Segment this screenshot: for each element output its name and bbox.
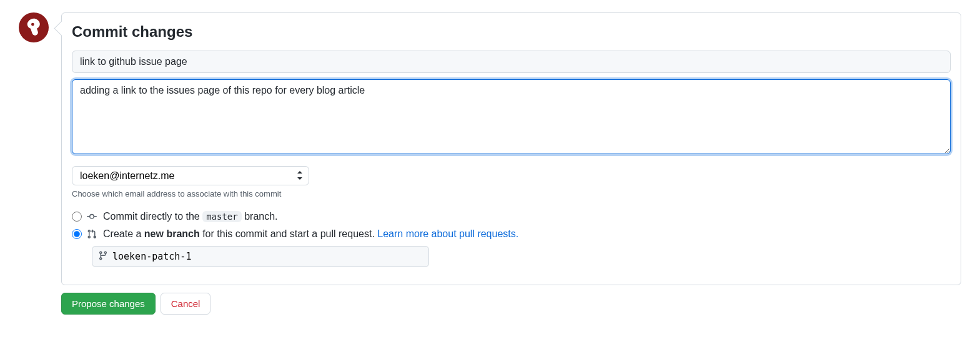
email-select[interactable]: loeken@internetz.me [72, 166, 309, 185]
cancel-button[interactable]: Cancel [161, 293, 211, 315]
learn-more-link[interactable]: Learn more about pull requests. [377, 228, 518, 239]
commit-form: Commit changes loeken@internetz.me Choos… [61, 12, 961, 285]
git-pull-request-icon [87, 229, 98, 239]
branch-name-input[interactable] [92, 246, 429, 267]
radio-commit-direct[interactable]: Commit directly to the master branch. [72, 211, 951, 222]
radio-direct-input[interactable] [72, 212, 82, 222]
radio-new-branch[interactable]: Create a new branch for this commit and … [72, 228, 951, 240]
commit-summary-input[interactable] [72, 51, 951, 73]
commit-description-textarea[interactable] [72, 79, 951, 154]
radio-newbranch-label: Create a new branch for this commit and … [103, 228, 518, 240]
commit-heading: Commit changes [72, 23, 951, 41]
git-branch-icon [98, 251, 108, 263]
email-hint: Choose which email address to associate … [72, 189, 951, 198]
avatar [19, 12, 49, 42]
master-branch-badge: master [202, 211, 242, 222]
radio-newbranch-input[interactable] [72, 229, 82, 239]
propose-changes-button[interactable]: Propose changes [61, 293, 156, 315]
git-commit-icon [87, 212, 98, 222]
radio-direct-label: Commit directly to the master branch. [103, 211, 278, 222]
